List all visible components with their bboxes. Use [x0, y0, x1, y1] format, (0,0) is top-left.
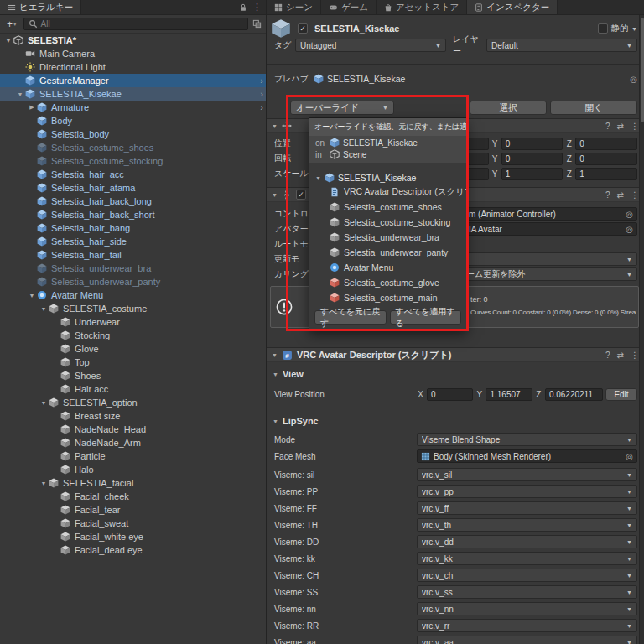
viseme-dropdown[interactable]: vrc.v_ch▼ [417, 569, 637, 582]
hierarchy-item-facial-dead-eye[interactable]: Facial_dead eye [0, 543, 266, 557]
kebab-menu-icon[interactable]: ⋮ [631, 122, 639, 131]
hierarchy-item-nadenade-arm[interactable]: NadeNade_Arm [0, 436, 266, 449]
hierarchy-item-stocking[interactable]: Stocking [0, 329, 266, 342]
hierarchy-item-selestia-costume-stocking[interactable]: Selestia_costume_stocking [0, 154, 266, 168]
hierarchy-item-selestia-hair-atama[interactable]: Selestia_hair_atama [0, 181, 266, 195]
expand-arrow[interactable]: ▼ [3, 38, 13, 44]
override-item-selestia-costume-main[interactable]: Selestia_costume_main [309, 290, 466, 305]
static-checkbox[interactable] [598, 23, 608, 34]
viseme-dropdown[interactable]: vrc.v_ss▼ [417, 585, 637, 599]
kebab-menu-icon[interactable]: ⋮ [631, 351, 639, 360]
hierarchy-search-input[interactable]: All [23, 18, 248, 30]
tab-[interactable]: アセットストア [377, 0, 467, 14]
tag-dropdown[interactable]: Untagged▼ [295, 39, 446, 52]
expand-arrow[interactable]: ▼ [15, 91, 25, 97]
hierarchy-item-selestia-costume[interactable]: ▼SELESTIA_costume [0, 302, 266, 315]
position-y-field[interactable]: 0 [501, 138, 564, 150]
viseme-dropdown[interactable]: vrc.v_ff▼ [417, 501, 637, 515]
prefab-name[interactable]: SELESTIA_Kisekae [327, 74, 405, 84]
override-item-avatar-menu[interactable]: Avatar Menu [309, 260, 466, 275]
override-item-selestia-underwear-panty[interactable]: Selestia_underwear_panty [309, 245, 466, 260]
hierarchy-item-glove[interactable]: Glove [0, 342, 266, 356]
create-button[interactable]: + ▾ [4, 18, 19, 30]
preset-icon[interactable]: ⇄ [617, 190, 624, 200]
view-section[interactable]: ▼ View [267, 369, 304, 379]
hierarchy-item-shoes[interactable]: Shoes [0, 369, 266, 382]
viseme-dropdown[interactable]: vrc.v_aa▼ [417, 636, 637, 644]
lock-icon[interactable] [239, 3, 247, 12]
kebab-menu-icon[interactable]: ⋮ [631, 190, 639, 200]
hierarchy-item-particle[interactable]: Particle [0, 449, 266, 463]
position-z-field[interactable]: 0 [575, 138, 637, 150]
hierarchy-item-hair-acc[interactable]: Hair acc [0, 382, 266, 396]
hierarchy-item-selestia-hair-back-long[interactable]: Selestia_hair_back_long [0, 195, 266, 208]
prefab-open-chevron[interactable]: › [260, 101, 263, 114]
help-icon[interactable]: ? [605, 122, 610, 131]
override-item-selestia-costume-shoes[interactable]: Selestia_costume_shoes [309, 200, 466, 215]
prefab-open-chevron[interactable]: › [260, 74, 263, 87]
viseme-dropdown[interactable]: vrc.v_rr▼ [417, 619, 637, 632]
override-item-selestia-costume-stocking[interactable]: Selestia_costume_stocking [309, 215, 466, 230]
expand-arrow[interactable]: ▼ [39, 480, 49, 486]
edit-button[interactable]: Edit [605, 388, 637, 401]
hierarchy-item-underwear[interactable]: Underwear [0, 315, 266, 329]
lipsync-section[interactable]: ▼ LipSync [267, 416, 319, 426]
hierarchy-item-selestia-underwear-panty[interactable]: Selestia_underwear_panty [0, 275, 266, 288]
hierarchy-item-selestia[interactable]: ▼SELESTIA* [0, 34, 266, 47]
object-picker-icon[interactable]: ◎ [626, 225, 633, 234]
rotation-z-field[interactable]: 0 [575, 153, 637, 165]
expand-arrow[interactable]: ▶ [27, 104, 37, 111]
select-button[interactable]: 選択 [470, 101, 547, 115]
overrides-dropdown-button[interactable]: オーバーライド ▼ [290, 101, 394, 115]
viseme-dropdown[interactable]: vrc.v_nn▼ [417, 602, 637, 615]
open-button[interactable]: 開く [550, 101, 637, 115]
viseme-dropdown[interactable]: vrc.v_pp▼ [417, 485, 637, 498]
hierarchy-item-selestia-option[interactable]: ▼SELESTIA_option [0, 396, 266, 409]
apply-all-button[interactable]: すべてを適用する [390, 310, 462, 325]
scale-z-field[interactable]: 1 [575, 168, 637, 180]
override-item-selestia-underwear-bra[interactable]: Selestia_underwear_bra [309, 230, 466, 245]
preset-icon[interactable]: ⇄ [617, 351, 624, 360]
hierarchy-item-avatar-menu[interactable]: ▼Avatar Menu [0, 288, 266, 302]
expand-arrow[interactable]: ▼ [39, 306, 49, 312]
tab-[interactable]: ゲーム [321, 0, 377, 14]
hierarchy-item-directional-light[interactable]: Directional Light [0, 60, 266, 74]
layer-dropdown[interactable]: Default▼ [486, 39, 637, 52]
foldout-arrow[interactable]: ▼ [272, 192, 278, 198]
hierarchy-item-selestia-hair-bang[interactable]: Selestia_hair_bang [0, 221, 266, 235]
active-checkbox[interactable]: ✓ [298, 23, 308, 34]
view-x-field[interactable]: 0 [427, 388, 473, 401]
hierarchy-item-selestia-hair-tail[interactable]: Selestia_hair_tail [0, 248, 266, 262]
foldout-arrow[interactable]: ▼ [272, 352, 278, 358]
hierarchy-item-selestia-hair-acc[interactable]: Selestia_hair_acc [0, 168, 266, 181]
prefab-open-chevron[interactable]: › [260, 87, 263, 101]
preset-icon[interactable]: ⇄ [617, 122, 624, 131]
viseme-dropdown[interactable]: vrc.v_sil▼ [417, 468, 637, 481]
hierarchy-item-breast-size[interactable]: Breast size [0, 409, 266, 423]
lipsync-mode-dropdown[interactable]: Viseme Blend Shape▼ [417, 433, 637, 446]
hierarchy-item-selestia-body[interactable]: Selestia_body [0, 127, 266, 141]
hierarchy-item-top[interactable]: Top [0, 356, 266, 369]
scene-picker-icon[interactable] [252, 19, 262, 29]
static-toggle[interactable]: 静的 ▼ [598, 23, 637, 34]
viseme-dropdown[interactable]: vrc.v_kk▼ [417, 552, 637, 565]
tab-[interactable]: インスペクター [467, 0, 558, 14]
viseme-dropdown[interactable]: vrc.v_th▼ [417, 518, 637, 532]
hierarchy-item-selestia-underwear-bra[interactable]: Selestia_underwear_bra [0, 262, 266, 275]
tab-hierarchy[interactable]: ヒエラルキー [0, 0, 81, 14]
foldout-arrow[interactable]: ▼ [273, 418, 278, 424]
override-root-item[interactable]: ▼ SELESTIA_Kisekae [309, 171, 466, 184]
scrollbar-thumb[interactable] [641, 18, 644, 122]
face-mesh-object-field[interactable]: Body (Skinned Mesh Renderer) ◎ [417, 449, 637, 463]
tab-[interactable]: シーン [267, 0, 321, 14]
foldout-arrow[interactable]: ▼ [273, 371, 278, 377]
view-y-field[interactable]: 1.16507 [486, 388, 532, 401]
panel-menu-icon[interactable]: ⋮ [252, 2, 262, 13]
hierarchy-item-body[interactable]: Body [0, 114, 266, 127]
hierarchy-item-facial-white-eye[interactable]: Facial_white eye [0, 530, 266, 543]
inspector-scrollbar[interactable] [639, 15, 644, 644]
animator-enabled-checkbox[interactable]: ✓ [296, 190, 306, 200]
override-item-selestia-costume-glove[interactable]: Selestia_costume_glove [309, 275, 466, 290]
view-z-field[interactable]: 0.06220211 [545, 388, 603, 401]
rotation-y-field[interactable]: 0 [501, 153, 564, 165]
